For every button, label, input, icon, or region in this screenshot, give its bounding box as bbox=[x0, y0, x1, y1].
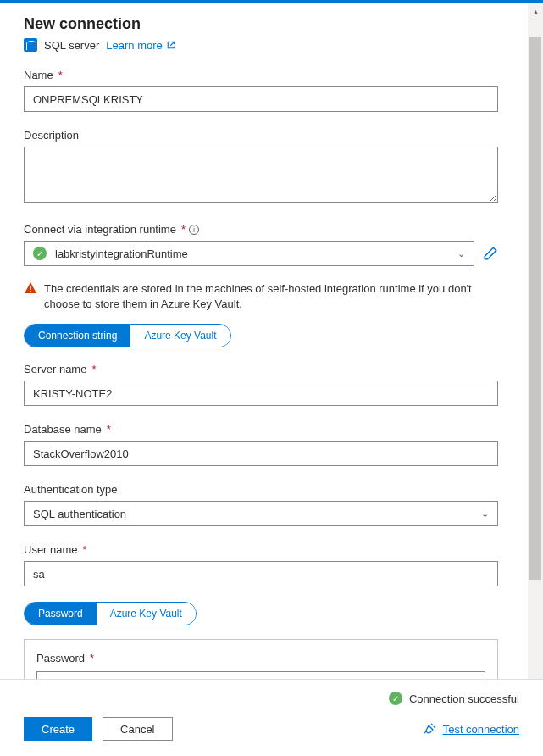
external-link-icon bbox=[166, 40, 176, 50]
password-storage-toggle: Password Azure Key Vault bbox=[24, 602, 197, 625]
user-input[interactable] bbox=[24, 561, 498, 586]
credential-storage-toggle: Connection string Azure Key Vault bbox=[24, 324, 231, 347]
plug-icon bbox=[423, 722, 436, 736]
password-label: Password* bbox=[36, 652, 94, 664]
create-button[interactable]: Create bbox=[24, 717, 92, 741]
user-label: User name* bbox=[24, 543, 87, 556]
database-label: Database name* bbox=[24, 423, 111, 436]
scrollbar-vertical[interactable]: ▴ ▾ bbox=[528, 3, 543, 688]
page-title: New connection bbox=[24, 15, 498, 33]
chevron-down-icon: ⌄ bbox=[481, 509, 489, 520]
edit-icon[interactable] bbox=[483, 246, 498, 261]
auth-type-select[interactable]: SQL authentication ⌄ bbox=[24, 501, 498, 526]
pill-connection-string[interactable]: Connection string bbox=[25, 325, 130, 347]
check-icon: ✓ bbox=[33, 247, 47, 260]
pill-password[interactable]: Password bbox=[25, 603, 97, 625]
auth-type-label: Authentication type bbox=[24, 483, 118, 496]
runtime-select[interactable]: ✓ labkristyintegrationRuntime ⌄ bbox=[24, 241, 474, 266]
svg-rect-1 bbox=[30, 291, 30, 292]
learn-more-text: Learn more bbox=[106, 39, 162, 52]
warning-icon bbox=[24, 281, 37, 295]
connection-status: ✓ Connection successful bbox=[389, 692, 519, 705]
cancel-button[interactable]: Cancel bbox=[103, 717, 172, 741]
connector-type-label: SQL server bbox=[44, 39, 99, 52]
database-input[interactable] bbox=[24, 441, 498, 466]
description-label: Description bbox=[24, 129, 79, 142]
scroll-up-arrow[interactable]: ▴ bbox=[528, 3, 543, 19]
name-label: Name* bbox=[24, 69, 63, 81]
scrollbar-thumb[interactable] bbox=[529, 37, 541, 580]
pill-password-akv[interactable]: Azure Key Vault bbox=[97, 603, 196, 625]
pill-azure-key-vault[interactable]: Azure Key Vault bbox=[130, 325, 230, 347]
server-label: Server name* bbox=[24, 363, 96, 375]
server-input[interactable] bbox=[24, 381, 498, 406]
warning-text: The credentials are stored in the machin… bbox=[44, 281, 498, 312]
svg-rect-0 bbox=[30, 286, 30, 290]
footer: ✓ Connection successful Create Cancel Te… bbox=[0, 679, 543, 756]
description-textarea[interactable] bbox=[24, 147, 498, 203]
runtime-label: Connect via integration runtime* i bbox=[24, 223, 199, 236]
info-icon[interactable]: i bbox=[189, 225, 199, 235]
sql-server-icon bbox=[24, 38, 37, 52]
test-connection-link[interactable]: Test connection bbox=[423, 722, 519, 736]
chevron-down-icon: ⌄ bbox=[457, 248, 465, 259]
check-icon: ✓ bbox=[389, 692, 402, 705]
learn-more-link[interactable]: Learn more bbox=[106, 39, 175, 52]
auth-type-value: SQL authentication bbox=[33, 508, 126, 520]
name-input[interactable] bbox=[24, 86, 498, 112]
runtime-value: labkristyintegrationRuntime bbox=[55, 247, 188, 260]
